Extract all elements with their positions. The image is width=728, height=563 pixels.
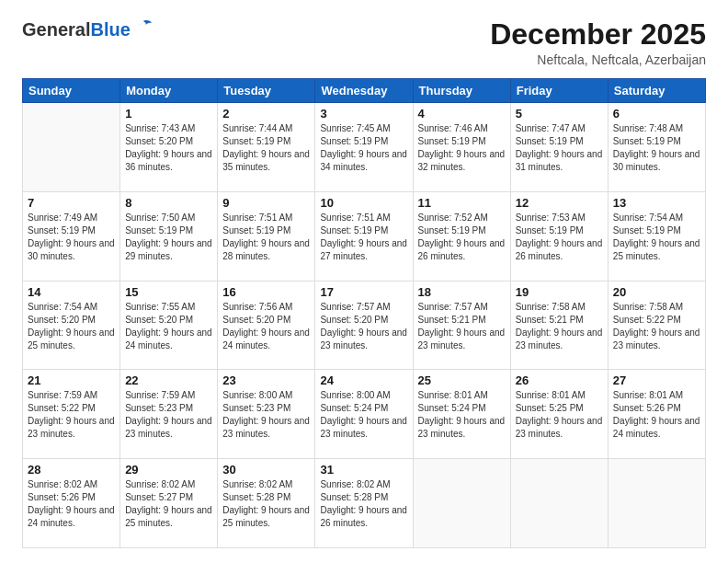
- day-info: Sunrise: 7:45 AM Sunset: 5:19 PM Dayligh…: [320, 122, 407, 174]
- day-info: Sunrise: 7:59 AM Sunset: 5:22 PM Dayligh…: [28, 389, 115, 441]
- table-row: 8Sunrise: 7:50 AM Sunset: 5:19 PM Daylig…: [120, 191, 218, 281]
- col-tuesday: Tuesday: [218, 79, 315, 103]
- day-info: Sunrise: 8:01 AM Sunset: 5:26 PM Dayligh…: [613, 389, 700, 441]
- day-number: 23: [222, 373, 310, 387]
- day-number: 10: [320, 196, 407, 210]
- day-info: Sunrise: 7:54 AM Sunset: 5:19 PM Dayligh…: [613, 212, 700, 263]
- day-number: 7: [28, 196, 115, 210]
- table-row: 11Sunrise: 7:52 AM Sunset: 5:19 PM Dayli…: [413, 191, 510, 281]
- day-info: Sunrise: 8:02 AM Sunset: 5:27 PM Dayligh…: [125, 478, 212, 530]
- day-number: 17: [320, 285, 407, 299]
- table-row: 10Sunrise: 7:51 AM Sunset: 5:19 PM Dayli…: [315, 191, 413, 281]
- day-info: Sunrise: 7:51 AM Sunset: 5:19 PM Dayligh…: [320, 212, 407, 263]
- day-number: 4: [418, 107, 506, 121]
- table-row: 14Sunrise: 7:54 AM Sunset: 5:20 PM Dayli…: [23, 281, 120, 370]
- day-info: Sunrise: 7:57 AM Sunset: 5:20 PM Dayligh…: [320, 301, 407, 352]
- day-info: Sunrise: 7:58 AM Sunset: 5:21 PM Dayligh…: [516, 301, 603, 352]
- day-info: Sunrise: 7:57 AM Sunset: 5:21 PM Dayligh…: [418, 301, 506, 352]
- day-number: 25: [418, 373, 506, 387]
- col-monday: Monday: [120, 79, 218, 103]
- day-info: Sunrise: 8:00 AM Sunset: 5:24 PM Dayligh…: [320, 389, 407, 441]
- calendar-header-row: Sunday Monday Tuesday Wednesday Thursday…: [23, 79, 706, 103]
- day-number: 3: [320, 107, 407, 121]
- day-number: 28: [28, 463, 115, 477]
- table-row: 4Sunrise: 7:46 AM Sunset: 5:19 PM Daylig…: [413, 103, 510, 192]
- day-number: 8: [125, 196, 212, 210]
- day-info: Sunrise: 7:59 AM Sunset: 5:23 PM Dayligh…: [125, 389, 212, 441]
- table-row: 27Sunrise: 8:01 AM Sunset: 5:26 PM Dayli…: [608, 370, 705, 459]
- day-number: 24: [320, 373, 407, 387]
- day-info: Sunrise: 7:44 AM Sunset: 5:19 PM Dayligh…: [222, 122, 310, 174]
- page: GeneralBlue December 2025 Neftcala, Neft…: [0, 0, 728, 563]
- day-number: 31: [320, 463, 407, 477]
- day-info: Sunrise: 8:02 AM Sunset: 5:28 PM Dayligh…: [222, 478, 310, 530]
- day-number: 29: [125, 463, 212, 477]
- day-info: Sunrise: 7:43 AM Sunset: 5:20 PM Dayligh…: [125, 122, 212, 174]
- table-row: 24Sunrise: 8:00 AM Sunset: 5:24 PM Dayli…: [315, 370, 413, 459]
- table-row: 1Sunrise: 7:43 AM Sunset: 5:20 PM Daylig…: [120, 103, 218, 192]
- day-number: 26: [516, 373, 603, 387]
- day-number: 5: [516, 107, 603, 121]
- table-row: 20Sunrise: 7:58 AM Sunset: 5:22 PM Dayli…: [608, 281, 705, 370]
- table-row: 16Sunrise: 7:56 AM Sunset: 5:20 PM Dayli…: [218, 281, 315, 370]
- col-saturday: Saturday: [608, 79, 705, 103]
- day-info: Sunrise: 8:01 AM Sunset: 5:25 PM Dayligh…: [516, 389, 603, 441]
- col-sunday: Sunday: [23, 79, 120, 103]
- table-row: 30Sunrise: 8:02 AM Sunset: 5:28 PM Dayli…: [218, 459, 315, 548]
- table-row: 6Sunrise: 7:48 AM Sunset: 5:19 PM Daylig…: [608, 103, 705, 192]
- day-info: Sunrise: 7:50 AM Sunset: 5:19 PM Dayligh…: [125, 212, 212, 263]
- day-number: 20: [613, 285, 700, 299]
- day-number: 30: [222, 463, 310, 477]
- day-info: Sunrise: 7:53 AM Sunset: 5:19 PM Dayligh…: [516, 212, 603, 263]
- day-number: 16: [222, 285, 310, 299]
- table-row: 9Sunrise: 7:51 AM Sunset: 5:19 PM Daylig…: [218, 191, 315, 281]
- table-row: [23, 103, 120, 192]
- day-number: 22: [125, 373, 212, 387]
- day-number: 15: [125, 285, 212, 299]
- calendar-table: Sunday Monday Tuesday Wednesday Thursday…: [22, 78, 706, 548]
- table-row: [510, 459, 608, 548]
- table-row: 17Sunrise: 7:57 AM Sunset: 5:20 PM Dayli…: [315, 281, 413, 370]
- table-row: 12Sunrise: 7:53 AM Sunset: 5:19 PM Dayli…: [510, 191, 608, 281]
- logo-bird-icon: [134, 19, 153, 34]
- table-row: 21Sunrise: 7:59 AM Sunset: 5:22 PM Dayli…: [23, 370, 120, 459]
- day-info: Sunrise: 7:58 AM Sunset: 5:22 PM Dayligh…: [613, 301, 700, 352]
- table-row: 15Sunrise: 7:55 AM Sunset: 5:20 PM Dayli…: [120, 281, 218, 370]
- table-row: 25Sunrise: 8:01 AM Sunset: 5:24 PM Dayli…: [413, 370, 510, 459]
- table-row: 26Sunrise: 8:01 AM Sunset: 5:25 PM Dayli…: [510, 370, 608, 459]
- day-number: 11: [418, 196, 506, 210]
- header: GeneralBlue December 2025 Neftcala, Neft…: [22, 18, 706, 67]
- table-row: [413, 459, 510, 548]
- day-info: Sunrise: 7:52 AM Sunset: 5:19 PM Dayligh…: [418, 212, 506, 263]
- day-number: 12: [516, 196, 603, 210]
- table-row: 23Sunrise: 8:00 AM Sunset: 5:23 PM Dayli…: [218, 370, 315, 459]
- col-wednesday: Wednesday: [315, 79, 413, 103]
- day-number: 18: [418, 285, 506, 299]
- day-number: 21: [28, 373, 115, 387]
- day-info: Sunrise: 8:02 AM Sunset: 5:26 PM Dayligh…: [28, 478, 115, 530]
- day-info: Sunrise: 7:48 AM Sunset: 5:19 PM Dayligh…: [613, 122, 700, 174]
- day-info: Sunrise: 7:47 AM Sunset: 5:19 PM Dayligh…: [516, 122, 603, 174]
- day-info: Sunrise: 7:51 AM Sunset: 5:19 PM Dayligh…: [222, 212, 310, 263]
- day-info: Sunrise: 7:55 AM Sunset: 5:20 PM Dayligh…: [125, 301, 212, 352]
- day-info: Sunrise: 7:49 AM Sunset: 5:19 PM Dayligh…: [28, 212, 115, 263]
- day-info: Sunrise: 8:01 AM Sunset: 5:24 PM Dayligh…: [418, 389, 506, 441]
- location: Neftcala, Neftcala, Azerbaijan: [490, 52, 706, 67]
- day-info: Sunrise: 7:56 AM Sunset: 5:20 PM Dayligh…: [222, 301, 310, 352]
- col-thursday: Thursday: [413, 79, 510, 103]
- table-row: 19Sunrise: 7:58 AM Sunset: 5:21 PM Dayli…: [510, 281, 608, 370]
- day-number: 27: [613, 373, 700, 387]
- table-row: 2Sunrise: 7:44 AM Sunset: 5:19 PM Daylig…: [218, 103, 315, 192]
- table-row: 31Sunrise: 8:02 AM Sunset: 5:28 PM Dayli…: [315, 459, 413, 548]
- month-title: December 2025: [490, 18, 706, 51]
- day-number: 13: [613, 196, 700, 210]
- table-row: 7Sunrise: 7:49 AM Sunset: 5:19 PM Daylig…: [23, 191, 120, 281]
- day-number: 2: [222, 107, 310, 121]
- logo-general: GeneralBlue: [22, 18, 131, 40]
- title-area: December 2025 Neftcala, Neftcala, Azerba…: [490, 18, 706, 67]
- table-row: 29Sunrise: 8:02 AM Sunset: 5:27 PM Dayli…: [120, 459, 218, 548]
- day-info: Sunrise: 7:46 AM Sunset: 5:19 PM Dayligh…: [418, 122, 506, 174]
- table-row: 18Sunrise: 7:57 AM Sunset: 5:21 PM Dayli…: [413, 281, 510, 370]
- day-number: 9: [222, 196, 310, 210]
- table-row: 22Sunrise: 7:59 AM Sunset: 5:23 PM Dayli…: [120, 370, 218, 459]
